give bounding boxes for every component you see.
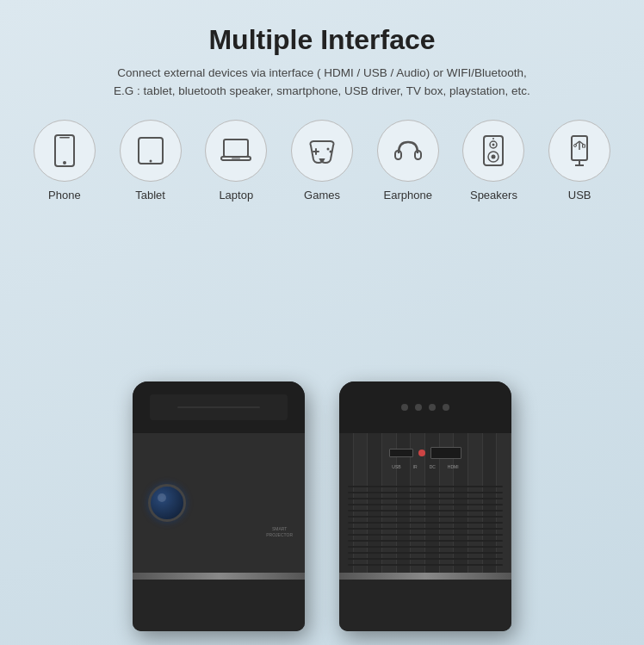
hdmi-port-label: HDMI bbox=[448, 464, 459, 469]
page-title: Multiple Interface bbox=[208, 24, 435, 56]
speakers-icon-circle bbox=[462, 120, 524, 182]
usb-icon-circle bbox=[548, 120, 610, 182]
svg-point-18 bbox=[492, 154, 496, 158]
proj-bottom-back bbox=[339, 580, 511, 631]
hdmi-port bbox=[430, 447, 461, 459]
proj-stripe-back bbox=[339, 573, 511, 580]
icon-item-games: Games bbox=[283, 120, 361, 202]
projectors-section: SMARTPROJECTOR bbox=[26, 222, 618, 631]
svg-point-2 bbox=[63, 161, 66, 164]
games-label: Games bbox=[304, 189, 340, 202]
proj-lens bbox=[148, 484, 186, 522]
usb-port bbox=[389, 449, 413, 457]
icon-item-laptop: Laptop bbox=[197, 120, 275, 202]
page: Multiple Interface Connect external devi… bbox=[0, 0, 644, 645]
icon-item-phone: Phone bbox=[26, 120, 103, 202]
earphone-icon-circle bbox=[377, 120, 439, 182]
ports-top-row bbox=[389, 447, 461, 459]
tablet-label: Tablet bbox=[135, 189, 165, 202]
device-icons-row: Phone Tablet Laptop bbox=[26, 120, 618, 202]
svg-point-16 bbox=[492, 143, 495, 146]
svg-point-19 bbox=[492, 138, 494, 140]
dc-port-label: DC bbox=[430, 464, 436, 469]
icon-item-earphone: Earphone bbox=[369, 120, 447, 202]
svg-point-11 bbox=[330, 150, 332, 152]
vent-area bbox=[339, 478, 511, 573]
icon-item-usb: USB bbox=[541, 120, 618, 202]
proj-top-back bbox=[339, 381, 511, 433]
proj-dot-3 bbox=[429, 404, 436, 411]
earphone-label: Earphone bbox=[384, 189, 432, 202]
proj-body-front: SMARTPROJECTOR bbox=[133, 433, 305, 573]
svg-rect-7 bbox=[232, 158, 240, 158]
ports-area: USB IR DC HDMI bbox=[339, 447, 511, 469]
projector-back: USB IR DC HDMI bbox=[339, 381, 511, 631]
usb-port-label: USB bbox=[392, 464, 400, 469]
proj-dot-4 bbox=[443, 404, 449, 411]
ir-port bbox=[418, 450, 425, 456]
svg-rect-14 bbox=[484, 136, 503, 165]
page-subtitle: Connect external devices via interface (… bbox=[114, 65, 530, 101]
proj-body-back: USB IR DC HDMI bbox=[339, 433, 511, 573]
usb-label: USB bbox=[568, 189, 591, 202]
svg-rect-5 bbox=[224, 140, 248, 157]
proj-bottom-front bbox=[133, 580, 305, 631]
tablet-icon-circle bbox=[120, 120, 182, 182]
svg-rect-1 bbox=[59, 137, 70, 139]
speakers-label: Speakers bbox=[470, 189, 517, 202]
laptop-icon-circle bbox=[205, 120, 267, 182]
games-icon-circle bbox=[291, 120, 353, 182]
ports-labels: USB IR DC HDMI bbox=[392, 464, 458, 469]
phone-icon-circle bbox=[34, 120, 96, 182]
ir-port-label: IR bbox=[413, 464, 418, 469]
phone-label: Phone bbox=[48, 189, 81, 202]
proj-dot-1 bbox=[401, 404, 408, 411]
laptop-label: Laptop bbox=[219, 189, 253, 202]
icon-item-speakers: Speakers bbox=[455, 120, 533, 202]
svg-point-4 bbox=[149, 159, 152, 162]
svg-point-10 bbox=[327, 147, 330, 150]
proj-brand-text: SMARTPROJECTOR bbox=[266, 526, 293, 538]
proj-stripe-front bbox=[133, 573, 305, 580]
proj-dot-2 bbox=[415, 404, 422, 411]
projector-front: SMARTPROJECTOR bbox=[133, 381, 305, 631]
proj-top-front bbox=[133, 381, 305, 433]
icon-item-tablet: Tablet bbox=[112, 120, 189, 202]
